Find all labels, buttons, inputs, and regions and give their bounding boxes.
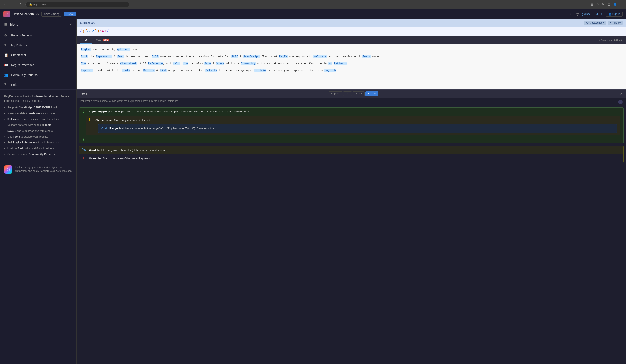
tools-header: Tools Replace List Details Explain ✕ bbox=[77, 89, 626, 98]
figma-logo: ⬡ bbox=[4, 165, 12, 174]
sidebar-info: RegExr is an online tool to learn, build… bbox=[0, 90, 77, 162]
sidebar-item-label: My Patterns bbox=[11, 43, 27, 47]
chevron-right-icon: › bbox=[72, 73, 72, 76]
tools-close-button[interactable]: ✕ bbox=[620, 92, 623, 96]
signin-button[interactable]: 👤 Sign In bbox=[606, 12, 623, 17]
save-button[interactable]: Save (cmd-s) bbox=[41, 12, 62, 17]
header-right: ☾ by gskinner GitHub 👤 Sign In bbox=[569, 12, 623, 17]
menu-dots-icon[interactable]: ⋮ bbox=[620, 2, 624, 6]
browser-icons: ⊞ ☆ M ⊡ 👤 ⋮ bbox=[590, 2, 624, 6]
token-description: Word. Matches any word character (alphan… bbox=[89, 148, 167, 152]
sidebar-item-label: Pattern Settings bbox=[11, 34, 32, 37]
sidebar-header: ☰ Menu ✕ bbox=[0, 19, 77, 31]
sidebar-item-help[interactable]: ? Help › bbox=[0, 80, 77, 90]
replace-tab[interactable]: Replace bbox=[329, 91, 342, 96]
sidebar-item-cheatsheet[interactable]: 📋 Cheatsheet › bbox=[0, 50, 77, 60]
token-row: ( Capturing group #1. Groups multiple to… bbox=[79, 108, 623, 116]
matches-count: 27 matches (0.0ms) bbox=[599, 38, 623, 42]
back-button[interactable]: ← bbox=[2, 2, 8, 7]
token-symbol: [ bbox=[89, 118, 93, 122]
token-row: [ Character set. Match any character in … bbox=[86, 116, 620, 124]
close-bracket-row: ) bbox=[79, 137, 623, 143]
settings-icon[interactable]: ⚙ bbox=[36, 12, 39, 16]
tabs-left: Text Tests NEW bbox=[80, 36, 112, 44]
explain-tab[interactable]: Explain bbox=[365, 91, 378, 96]
token-row: \w Word. Matches any word character (alp… bbox=[79, 146, 623, 154]
main-layout: ☰ Menu ✕ ⚙ Pattern Settings › ♥ My Patte… bbox=[0, 19, 626, 364]
help-button[interactable]: ? bbox=[618, 100, 623, 104]
token-range: A–Z Range. Matches a character in the ra… bbox=[98, 124, 617, 133]
token-symbol: \w bbox=[82, 148, 86, 152]
tools-description: ? Roll-over elements below to highlight … bbox=[77, 98, 626, 105]
refresh-button[interactable]: ↻ bbox=[18, 2, 23, 7]
figma-promo: ⬡ Explore design possibilities with Figm… bbox=[0, 162, 77, 177]
details-tab[interactable]: Details bbox=[352, 91, 365, 96]
sidebar-close-button[interactable]: ✕ bbox=[69, 22, 72, 27]
settings-icon: ⚙ bbox=[4, 33, 8, 37]
flag-icon: ⚑ bbox=[610, 21, 612, 24]
app-logo: R bbox=[3, 11, 10, 17]
forward-button[interactable]: → bbox=[10, 2, 16, 7]
dark-mode-button[interactable]: ☾ bbox=[569, 12, 573, 16]
tabs-bar: Text Tests NEW 27 matches (0.0ms) bbox=[77, 36, 626, 44]
list-tab[interactable]: List bbox=[343, 91, 352, 96]
tab-tests[interactable]: Tests NEW bbox=[92, 36, 112, 44]
chevron-right-icon: › bbox=[72, 83, 72, 86]
sidebar-item-pattern-settings[interactable]: ⚙ Pattern Settings › bbox=[0, 31, 77, 40]
token-description: Quantifier. Match 1 or more of the prece… bbox=[89, 156, 151, 161]
sidebar-item-label: Help bbox=[11, 83, 17, 86]
chevron-right-icon: › bbox=[72, 44, 72, 47]
translate-icon[interactable]: ⊞ bbox=[590, 2, 593, 6]
sidebar-item-regex-reference[interactable]: 📖 RegEx Reference › bbox=[0, 60, 77, 70]
text-line-2: Edit the Expression & Text to see matche… bbox=[81, 54, 622, 59]
chevron-right-icon: › bbox=[72, 34, 72, 37]
url-text: regexr.com bbox=[33, 3, 46, 6]
app-title: Untitled Pattern bbox=[12, 12, 34, 16]
new-button[interactable]: New bbox=[64, 12, 76, 16]
plus-symbol: + bbox=[82, 156, 86, 160]
right-panel: Expression </> JavaScript ▾ ⚑ Flags ▾ /(… bbox=[77, 19, 626, 364]
cheatsheet-icon: 📋 bbox=[4, 53, 8, 57]
expression-header: Expression </> JavaScript ▾ ⚑ Flags ▾ bbox=[77, 19, 626, 27]
code-icon: </> bbox=[586, 21, 589, 24]
figma-promo-text: Explore design possibilities with Figma.… bbox=[15, 165, 72, 173]
url-bar[interactable]: 🔒 regexr.com bbox=[26, 2, 129, 7]
extensions-icon[interactable]: ⊡ bbox=[608, 2, 610, 6]
help-icon: ? bbox=[4, 83, 8, 87]
github-link[interactable]: GitHub bbox=[595, 13, 602, 16]
heart-icon: ♥ bbox=[4, 43, 8, 47]
accounts-icon[interactable]: M bbox=[602, 2, 605, 6]
chevron-right-icon: › bbox=[72, 54, 72, 57]
text-line-3: The side bar includes a Cheatsheet, full… bbox=[81, 61, 622, 66]
user-icon: 👤 bbox=[608, 13, 612, 16]
sidebar-menu-title: Menu bbox=[10, 23, 19, 27]
javascript-button[interactable]: </> JavaScript ▾ bbox=[584, 21, 606, 25]
tools-tabs: Replace List Details Explain bbox=[329, 91, 378, 96]
token-description: Capturing group #1. Groups multiple toke… bbox=[89, 109, 249, 114]
hamburger-icon[interactable]: ☰ bbox=[4, 22, 7, 27]
gskinner-link[interactable]: gskinner bbox=[582, 13, 591, 16]
expression-controls: </> JavaScript ▾ ⚑ Flags ▾ bbox=[584, 21, 623, 25]
sidebar-item-my-patterns[interactable]: ♥ My Patterns › bbox=[0, 40, 77, 50]
bookmark-icon[interactable]: ☆ bbox=[596, 2, 599, 6]
flags-button[interactable]: ⚑ Flags ▾ bbox=[608, 21, 623, 25]
token-character-set: [ Character set. Match any character in … bbox=[86, 116, 620, 135]
token-capturing-group: ( Capturing group #1. Groups multiple to… bbox=[79, 107, 624, 143]
expression-display[interactable]: /([A-Z])\w+/g bbox=[77, 27, 626, 36]
token-row: A–Z Range. Matches a character in the ra… bbox=[98, 124, 617, 133]
token-symbol: A–Z bbox=[101, 126, 107, 130]
sidebar-item-community-patterns[interactable]: 👥 Community Patterns › bbox=[0, 70, 77, 80]
token-description: Character set. Match any character in th… bbox=[95, 118, 151, 122]
sidebar: ☰ Menu ✕ ⚙ Pattern Settings › ♥ My Patte… bbox=[0, 19, 77, 364]
profile-icon[interactable]: 👤 bbox=[613, 2, 617, 6]
reference-icon: 📖 bbox=[4, 63, 8, 67]
text-line-4: Explore results with the Tools below. Re… bbox=[81, 68, 622, 73]
tab-text[interactable]: Text bbox=[80, 36, 92, 44]
expression-label: Expression bbox=[80, 21, 95, 24]
text-line-1: RegExr was created by gskinner.com. bbox=[81, 47, 622, 52]
sidebar-item-label: Community Patterns bbox=[11, 73, 38, 77]
by-text: by bbox=[576, 13, 579, 16]
close-bracket-symbol: ) bbox=[82, 138, 86, 142]
community-icon: 👥 bbox=[4, 73, 8, 77]
text-area[interactable]: RegExr was created by gskinner.com. Edit… bbox=[77, 44, 626, 89]
